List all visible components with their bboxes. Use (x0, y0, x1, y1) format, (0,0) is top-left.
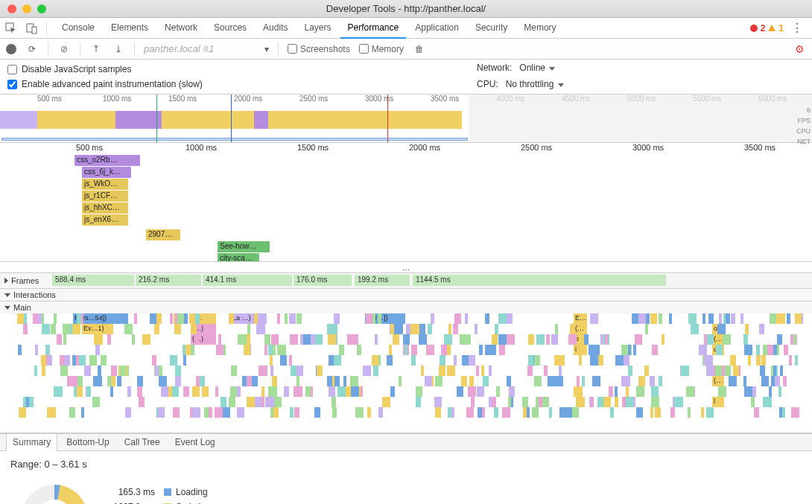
flame-bar[interactable] (230, 386, 237, 397)
flame-bar[interactable] (751, 397, 754, 407)
flame-bar[interactable] (600, 334, 603, 345)
flame-bar[interactable] (779, 407, 782, 418)
flame-bar[interactable] (173, 407, 180, 418)
warning-icon[interactable] (768, 25, 775, 31)
flame-bar[interactable] (357, 345, 361, 355)
flame-bar[interactable] (536, 334, 545, 345)
flame-bar[interactable] (605, 334, 608, 345)
flame-bar[interactable] (47, 407, 55, 418)
flame-bar[interactable] (706, 334, 714, 345)
flame-bar[interactable] (435, 407, 441, 418)
tab-audits[interactable]: Audits (256, 18, 295, 39)
detail-tab-call-tree[interactable]: Call Tree (118, 434, 166, 450)
flame-bar[interactable] (769, 386, 772, 397)
network-request[interactable]: js_WkO… (82, 179, 128, 190)
flame-bar[interactable] (574, 386, 582, 397)
flame-bar[interactable] (64, 355, 71, 366)
flame-bar[interactable] (111, 366, 117, 376)
flame-bar[interactable] (351, 386, 359, 397)
flame-bar[interactable] (763, 345, 767, 355)
flame-bar[interactable] (626, 397, 633, 407)
flame-bar[interactable] (559, 366, 562, 376)
flame-bar[interactable] (743, 334, 748, 345)
flame-bar[interactable] (270, 366, 273, 376)
flame-bar[interactable] (785, 345, 788, 355)
flame-bar[interactable] (651, 397, 659, 407)
flame-bar[interactable] (221, 397, 226, 407)
flame-bar[interactable] (454, 313, 460, 324)
flame-bar[interactable] (45, 345, 49, 355)
flame-bar[interactable] (378, 313, 381, 324)
flame-bar[interactable] (93, 376, 102, 386)
flame-bar[interactable] (461, 376, 467, 386)
flame-bar[interactable] (481, 366, 484, 376)
flame-bar[interactable] (117, 376, 121, 386)
flame-bar[interactable] (128, 407, 131, 418)
flame-bar[interactable] (650, 376, 655, 386)
flame-bar[interactable] (334, 355, 342, 366)
flame-bar[interactable] (174, 324, 182, 334)
flame-bar[interactable] (793, 334, 796, 345)
flame-bar[interactable] (63, 334, 67, 345)
flame-bar[interactable] (447, 366, 456, 376)
flame-bar[interactable] (447, 345, 451, 355)
flame-bar[interactable] (29, 397, 34, 407)
flame-bar[interactable] (559, 407, 567, 418)
network-request[interactable]: city-sca… (218, 253, 259, 262)
flame-bar[interactable] (482, 407, 485, 418)
warning-count[interactable]: 1 (778, 23, 784, 34)
flame-bar[interactable] (439, 366, 445, 376)
flame-bar[interactable] (375, 334, 378, 345)
flame-bar[interactable] (795, 355, 798, 366)
flame-bar[interactable] (454, 355, 457, 366)
flame-bar[interactable] (89, 355, 97, 366)
flame-bar[interactable] (509, 386, 515, 397)
flame-bar[interactable] (229, 397, 235, 407)
flame-bar[interactable] (492, 397, 496, 407)
flame-bar[interactable] (77, 313, 81, 324)
record-button[interactable] (6, 44, 16, 54)
flame-bar[interactable] (730, 355, 735, 366)
flame-bar[interactable] (372, 355, 378, 366)
flame-bar[interactable] (603, 397, 611, 407)
flame-bar[interactable] (597, 397, 602, 407)
flame-bar[interactable] (389, 345, 392, 355)
memory-checkbox[interactable] (359, 44, 369, 54)
flame-bar[interactable] (465, 313, 468, 324)
tab-sources[interactable]: Sources (206, 18, 254, 39)
flame-bar[interactable] (789, 355, 792, 366)
flame-bar[interactable] (428, 324, 432, 334)
flame-bar[interactable] (270, 355, 273, 366)
network-request[interactable]: 2907… (146, 229, 180, 240)
flame-bar[interactable] (426, 345, 434, 355)
flame-bar[interactable] (339, 345, 344, 355)
flame-bar[interactable] (591, 397, 594, 407)
flame-bar[interactable] (494, 407, 498, 418)
network-request[interactable]: css_6j_k… (82, 167, 131, 178)
flame-bar[interactable] (261, 386, 264, 397)
flame-bar[interactable] (502, 407, 510, 418)
flame-bar[interactable] (468, 386, 476, 397)
flame-bar[interactable] (652, 345, 658, 355)
flame-bar[interactable] (528, 355, 534, 366)
flame-bar[interactable] (265, 397, 274, 407)
flame-bar[interactable] (81, 407, 84, 418)
flame-bar[interactable] (555, 324, 558, 334)
flame-bar[interactable] (688, 407, 691, 418)
flame-bar[interactable] (264, 334, 270, 345)
flame-bar[interactable] (489, 366, 492, 376)
flame-bar[interactable] (107, 334, 111, 345)
flame-bar[interactable] (773, 366, 776, 376)
flame-bar[interactable] (272, 376, 276, 386)
flame-bar[interactable] (86, 386, 92, 397)
flame-bar[interactable] (296, 313, 302, 324)
flame-bar[interactable] (528, 334, 534, 345)
flame-bar[interactable] (387, 355, 393, 366)
flame-bar[interactable] (744, 386, 752, 397)
flame-bar[interactable] (281, 345, 286, 355)
flame-bar[interactable] (277, 313, 280, 324)
flame-bar[interactable] (196, 376, 200, 386)
flame-bar[interactable] (34, 366, 37, 376)
flame-bar[interactable] (787, 313, 791, 324)
flame-bar[interactable] (718, 397, 723, 407)
